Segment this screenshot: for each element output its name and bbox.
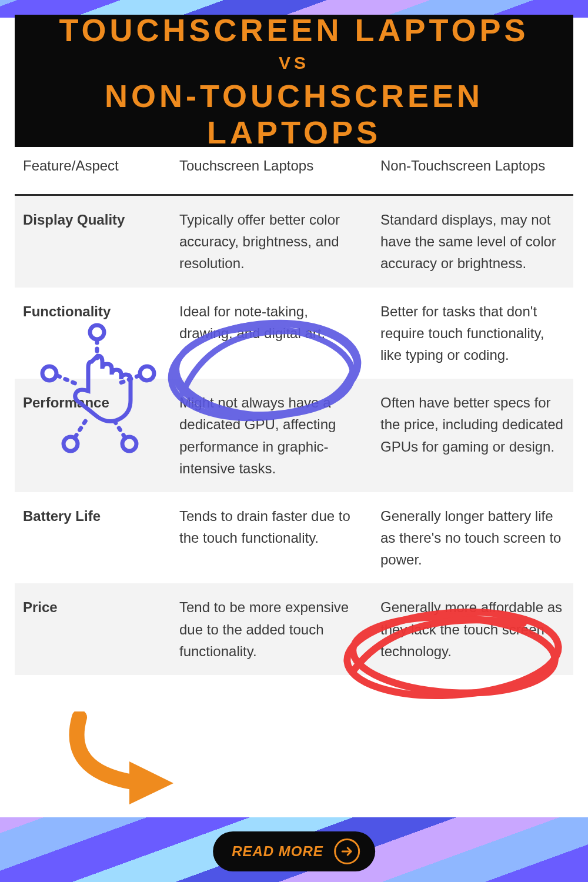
arrow-right-icon <box>334 838 360 864</box>
table-row: Battery Life Tends to drain faster due t… <box>15 492 573 584</box>
row-label: Functionality <box>15 288 171 379</box>
row-touch-cell: Ideal for note-taking, drawing, and digi… <box>171 288 372 379</box>
title-line-2: NON-TOUCHSCREEN LAPTOPS <box>15 78 573 151</box>
row-touch-cell: Typically offer better color accuracy, b… <box>171 195 372 288</box>
read-more-button[interactable]: READ MORE <box>213 831 375 871</box>
row-touch-cell: Tend to be more expensive due to the add… <box>171 583 372 675</box>
title-header: TOUCHSCREEN LAPTOPS VS NON-TOUCHSCREEN L… <box>15 15 573 147</box>
row-touch-cell: Might not always have a dedicated GPU, a… <box>171 379 372 492</box>
row-label: Price <box>15 583 171 675</box>
row-nontouch-cell: Better for tasks that don't require touc… <box>372 288 573 379</box>
table-row: Performance Might not always have a dedi… <box>15 379 573 492</box>
table-row: Price Tend to be more expensive due to t… <box>15 583 573 675</box>
comparison-table: Feature/Aspect Touchscreen Laptops Non-T… <box>15 147 573 675</box>
row-label: Battery Life <box>15 492 171 584</box>
title-vs: VS <box>279 53 309 73</box>
col-header-touch: Touchscreen Laptops <box>171 147 372 195</box>
title-line-1: TOUCHSCREEN LAPTOPS <box>59 12 529 48</box>
row-label: Display Quality <box>15 195 171 288</box>
col-header-nontouch: Non-Touchscreen Laptops <box>372 147 573 195</box>
row-nontouch-cell: Often have better specs for the price, i… <box>372 379 573 492</box>
row-nontouch-cell: Generally more affordable as they lack t… <box>372 583 573 675</box>
table-row: Functionality Ideal for note-taking, dra… <box>15 288 573 379</box>
col-header-feature: Feature/Aspect <box>15 147 171 195</box>
comparison-table-container: Feature/Aspect Touchscreen Laptops Non-T… <box>15 147 573 817</box>
table-row: Display Quality Typically offer better c… <box>15 195 573 288</box>
row-label: Performance <box>15 379 171 492</box>
row-nontouch-cell: Standard displays, may not have the same… <box>372 195 573 288</box>
row-touch-cell: Tends to drain faster due to the touch f… <box>171 492 372 584</box>
row-nontouch-cell: Generally longer battery life as there's… <box>372 492 573 584</box>
read-more-label: READ MORE <box>232 843 323 860</box>
table-header-row: Feature/Aspect Touchscreen Laptops Non-T… <box>15 147 573 195</box>
